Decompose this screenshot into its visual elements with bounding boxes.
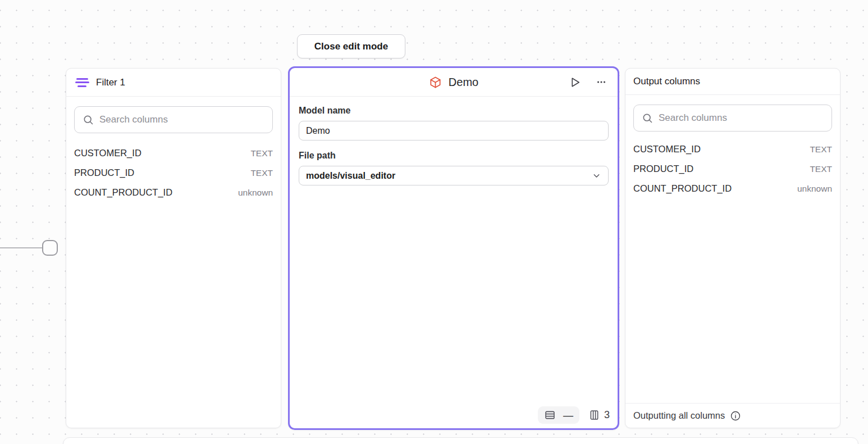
model-panel-title: Demo — [449, 76, 478, 89]
column-type: TEXT — [810, 164, 832, 174]
model-panel-header: Demo — [290, 68, 618, 97]
bottom-results-panel[interactable] — [63, 437, 858, 444]
column-row[interactable]: PRODUCT_ID TEXT — [625, 159, 840, 179]
filter-search-box[interactable] — [74, 106, 273, 133]
more-options-button[interactable] — [594, 75, 609, 89]
table-columns-icon — [588, 409, 600, 421]
column-type: TEXT — [250, 148, 273, 158]
file-path-label: File path — [299, 151, 609, 161]
column-type: TEXT — [250, 168, 273, 178]
column-name: PRODUCT_ID — [74, 167, 134, 178]
column-type: unknown — [797, 184, 832, 194]
filter-panel-title: Filter 1 — [96, 77, 125, 88]
info-icon[interactable] — [730, 410, 741, 422]
output-search-box[interactable] — [633, 105, 832, 132]
search-icon — [642, 112, 653, 124]
row-count-stat[interactable]: — — [538, 406, 579, 424]
output-panel-header: Output columns — [625, 69, 840, 95]
file-path-value: models/visual_editor — [306, 171, 395, 181]
filter-panel-header: Filter 1 — [66, 69, 281, 97]
output-columns-panel[interactable]: Output columns CUSTOMER_ID TEXT PRODUCT_… — [625, 68, 840, 428]
column-name: COUNT_PRODUCT_ID — [633, 183, 732, 194]
column-name: CUSTOMER_ID — [74, 148, 141, 158]
output-column-list: CUSTOMER_ID TEXT PRODUCT_ID TEXT COUNT_P… — [625, 139, 840, 198]
column-type: unknown — [238, 188, 273, 198]
filter-column-list: CUSTOMER_ID TEXT PRODUCT_ID TEXT COUNT_P… — [66, 143, 281, 202]
column-type: TEXT — [810, 144, 832, 155]
column-row[interactable]: CUSTOMER_ID TEXT — [625, 139, 840, 159]
filter-node-panel[interactable]: Filter 1 CUSTOMER_ID TEXT PRODUCT_ID TEX… — [66, 68, 281, 428]
ellipsis-icon — [595, 76, 607, 88]
file-path-select[interactable]: models/visual_editor — [299, 166, 609, 185]
column-count-value: 3 — [604, 409, 610, 421]
filter-icon — [75, 78, 89, 87]
close-edit-mode-button[interactable]: Close edit mode — [297, 34, 405, 58]
column-row[interactable]: COUNT_PRODUCT_ID unknown — [66, 183, 281, 202]
chevron-down-icon — [592, 171, 601, 180]
output-panel-footer: Outputting all columns — [625, 403, 840, 428]
model-name-label: Model name — [299, 106, 609, 116]
edge-connector-handle[interactable] — [42, 240, 58, 256]
play-icon — [569, 76, 582, 89]
model-stats-footer: — 3 — [538, 406, 610, 424]
row-count-value: — — [563, 410, 573, 420]
column-count-stat[interactable]: 3 — [588, 409, 610, 421]
table-rows-icon — [544, 409, 556, 421]
run-model-button[interactable] — [568, 75, 583, 90]
column-name: COUNT_PRODUCT_ID — [74, 187, 172, 198]
column-name: CUSTOMER_ID — [633, 144, 701, 155]
model-cube-icon — [429, 76, 442, 89]
column-row[interactable]: CUSTOMER_ID TEXT — [66, 143, 281, 163]
editor-canvas[interactable]: Close edit mode Filter 1 CUSTOMER_ID TEX… — [0, 0, 868, 444]
column-row[interactable]: PRODUCT_ID TEXT — [66, 163, 281, 183]
filter-search-input[interactable] — [99, 114, 264, 125]
output-search-input[interactable] — [659, 112, 824, 124]
model-name-input[interactable] — [299, 121, 609, 141]
column-name: PRODUCT_ID — [633, 164, 693, 174]
edge-connector-line — [0, 247, 43, 248]
model-node-panel[interactable]: Demo Model name File path — [288, 66, 619, 430]
output-panel-title: Output columns — [633, 76, 700, 87]
column-row[interactable]: COUNT_PRODUCT_ID unknown — [625, 179, 840, 198]
output-footer-text: Outputting all columns — [633, 410, 725, 421]
search-icon — [83, 114, 94, 125]
